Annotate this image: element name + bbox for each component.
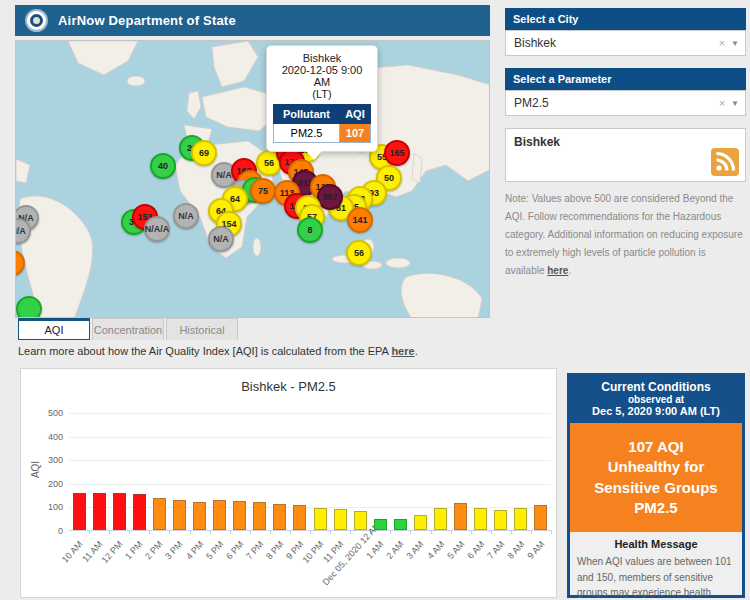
current-conditions-panel: Current Conditions observed at Dec 5, 20… bbox=[567, 373, 745, 598]
chart-bar[interactable] bbox=[334, 509, 347, 530]
aqi-map-marker[interactable]: 165 bbox=[384, 140, 410, 166]
note-here-link[interactable]: here bbox=[547, 265, 568, 276]
aqi-map-marker[interactable]: N/A bbox=[208, 226, 234, 252]
chart-ytick-label: 500 bbox=[48, 408, 63, 418]
chart-xtick bbox=[531, 530, 532, 534]
feed-city-label: Bishkek bbox=[514, 135, 560, 149]
chart-ytick-label: 400 bbox=[48, 432, 63, 442]
tooltip-aqi-value: 107 bbox=[339, 124, 370, 143]
app-header: AirNow Department of State bbox=[15, 5, 490, 36]
rss-feed-icon[interactable] bbox=[711, 148, 739, 176]
chart-bar[interactable] bbox=[474, 508, 487, 530]
chart-xtick bbox=[129, 530, 130, 534]
learn-more-label: Learn more about how the Air Quality Ind… bbox=[18, 345, 391, 357]
chart-gridline bbox=[69, 437, 551, 438]
chart-bar[interactable] bbox=[273, 504, 286, 530]
epa-link[interactable]: here bbox=[391, 345, 414, 357]
cc-health-title: Health Message bbox=[577, 538, 735, 550]
tooltip-col-pollutant: Pollutant bbox=[274, 105, 340, 124]
cc-aqi-category: Unhealthy for Sensitive Groups bbox=[576, 457, 736, 498]
aqi-map-marker[interactable]: N/A/A bbox=[144, 216, 170, 242]
aqi-map-marker[interactable]: 69 bbox=[191, 140, 217, 166]
chart-xtick bbox=[431, 530, 432, 534]
chart-xtick bbox=[551, 530, 552, 534]
chart-bar[interactable] bbox=[133, 494, 146, 530]
note-suffix: . bbox=[568, 265, 571, 276]
tab-aqi[interactable]: AQI bbox=[18, 318, 90, 340]
chart-xtick bbox=[270, 530, 271, 534]
chart-bar[interactable] bbox=[233, 501, 246, 530]
learn-more-text: Learn more about how the Air Quality Ind… bbox=[18, 345, 418, 357]
app-title: AirNow Department of State bbox=[58, 13, 236, 28]
chart-bar[interactable] bbox=[374, 519, 387, 530]
chart-bar[interactable] bbox=[193, 502, 206, 530]
aqi-map-marker[interactable]: N/A bbox=[173, 203, 199, 229]
parameter-clear-icon[interactable]: × bbox=[719, 97, 725, 109]
chart-bar[interactable] bbox=[434, 508, 447, 530]
chart-xtick bbox=[290, 530, 291, 534]
current-conditions-header: Current Conditions observed at Dec 5, 20… bbox=[570, 376, 742, 423]
cc-health-text: When AQI values are between 101 and 150,… bbox=[577, 554, 735, 600]
cc-title: Current Conditions bbox=[572, 380, 740, 394]
chart-bar[interactable] bbox=[414, 515, 427, 530]
chart-bar[interactable] bbox=[293, 505, 306, 530]
chart-bar[interactable] bbox=[113, 493, 126, 530]
chart-gridline bbox=[69, 460, 551, 461]
aqi-map-marker[interactable]: 75 bbox=[250, 178, 276, 204]
city-clear-icon[interactable]: × bbox=[719, 37, 725, 49]
chart-bar[interactable] bbox=[173, 500, 186, 530]
chart-bar[interactable] bbox=[93, 493, 106, 530]
chart-bar[interactable] bbox=[514, 508, 527, 530]
tooltip-city: Bishkek bbox=[273, 52, 371, 64]
parameter-chevron-down-icon[interactable]: ▼ bbox=[731, 99, 739, 108]
select-city-header: Select a City bbox=[505, 8, 746, 30]
aqi-map-marker[interactable]: 141 bbox=[347, 207, 373, 233]
chart-bar[interactable] bbox=[354, 511, 367, 530]
tooltip-pollutant-value: PM2.5 bbox=[274, 124, 340, 143]
chart-xtick bbox=[491, 530, 492, 534]
aqi-map-marker[interactable]: 40 bbox=[150, 153, 176, 179]
chart-gridline bbox=[69, 413, 551, 414]
chart-xtick bbox=[89, 530, 90, 534]
chart-bar[interactable] bbox=[213, 500, 226, 530]
chart-bar[interactable] bbox=[534, 505, 547, 530]
city-chevron-down-icon[interactable]: ▼ bbox=[731, 39, 739, 48]
chart-xtick bbox=[149, 530, 150, 534]
cc-datetime: Dec 5, 2020 9:00 AM (LT) bbox=[572, 405, 740, 417]
chart-xtick bbox=[109, 530, 110, 534]
chart-ylabel: AQI bbox=[30, 461, 41, 478]
chart-xtick bbox=[330, 530, 331, 534]
tooltip-col-aqi: AQI bbox=[339, 105, 370, 124]
aqi-note: Note: Values above 500 are considered Be… bbox=[505, 190, 746, 280]
chart-xtick bbox=[230, 530, 231, 534]
chart-bar[interactable] bbox=[314, 508, 327, 530]
cc-aqi-banner: 107 AQI Unhealthy for Sensitive Groups P… bbox=[570, 423, 742, 532]
aqi-map-marker[interactable]: 56 bbox=[346, 240, 372, 266]
chart-xtick bbox=[350, 530, 351, 534]
tab-concentration[interactable]: Concentration bbox=[92, 318, 164, 340]
chart-xtick bbox=[210, 530, 211, 534]
parameter-dropdown[interactable]: PM2.5 × ▼ bbox=[505, 90, 746, 116]
chart-plot-area: 010020030040050010 AM11 AM12 PM1 PM2 PM3… bbox=[69, 413, 551, 531]
chart-bar[interactable] bbox=[73, 493, 86, 530]
chart-bar[interactable] bbox=[394, 519, 407, 530]
chart-ytick-label: 300 bbox=[48, 455, 63, 465]
chart-xtick bbox=[169, 530, 170, 534]
chart-gridline bbox=[69, 484, 551, 485]
chart-bar[interactable] bbox=[454, 503, 467, 530]
chart-bar[interactable] bbox=[253, 502, 266, 530]
aqi-map-marker[interactable] bbox=[16, 296, 42, 318]
parameter-dropdown-value: PM2.5 bbox=[514, 96, 549, 110]
city-dropdown[interactable]: Bishkek × ▼ bbox=[505, 30, 746, 56]
cc-health-section: Health Message When AQI values are betwe… bbox=[570, 532, 742, 600]
chart-bar[interactable] bbox=[494, 510, 507, 530]
map-tooltip: Bishkek 2020-12-05 9:00 AM (LT) Pollutan… bbox=[266, 45, 378, 152]
view-tabs: AQIConcentrationHistorical bbox=[18, 318, 238, 340]
aqi-world-map[interactable]: N/AN/A402669N/A162104N/A46756464154N/AN/… bbox=[15, 40, 490, 318]
tab-historical[interactable]: Historical bbox=[166, 318, 238, 340]
page: AirNow Department of State bbox=[0, 0, 750, 600]
aqi-map-marker[interactable]: 8 bbox=[297, 217, 323, 243]
chart-bar[interactable] bbox=[153, 498, 166, 530]
chart-xtick bbox=[190, 530, 191, 534]
learn-more-suffix: . bbox=[415, 345, 418, 357]
